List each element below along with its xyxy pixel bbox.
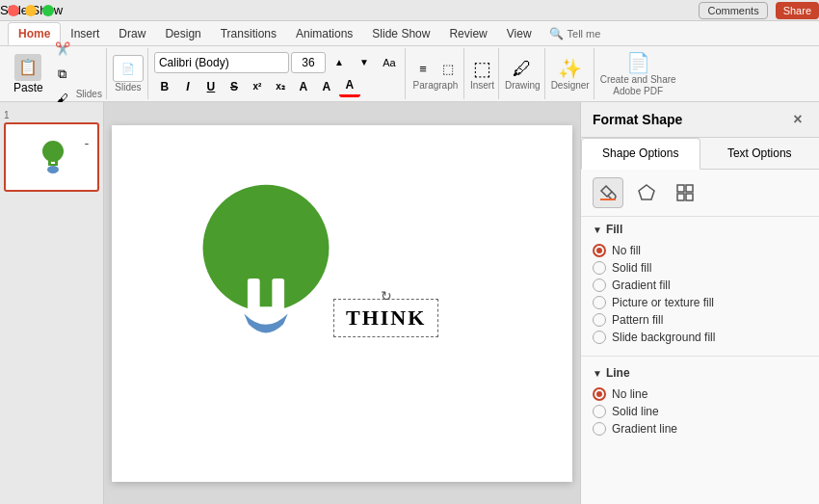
text-box[interactable]: ↻ THINK [333, 299, 438, 337]
insert-section: ⬚ Insert [470, 57, 494, 91]
panel-close-button[interactable]: × [788, 110, 807, 129]
line-label: Line [606, 366, 630, 380]
clear-format-icon[interactable]: Aa [378, 51, 401, 74]
text-color-button[interactable]: A [339, 76, 360, 97]
italic-button[interactable]: I [177, 76, 198, 97]
close-button[interactable] [8, 5, 19, 16]
share-button[interactable]: Share [776, 2, 819, 19]
gradient-fill-option[interactable]: Gradient fill [593, 277, 807, 294]
slide-bg-fill-option[interactable]: Slide background fill [593, 329, 807, 346]
fill-arrow-icon: ▼ [593, 225, 602, 235]
slide-content: ↻ THINK [112, 125, 572, 482]
tab-review[interactable]: Review [439, 23, 496, 44]
strikethrough-button[interactable]: S [224, 76, 245, 97]
slides-label: Slides [76, 89, 102, 99]
solid-fill-label: Solid fill [612, 261, 651, 275]
search-bar[interactable]: 🔍 Tell me [549, 27, 601, 40]
textbox-content[interactable]: THINK [346, 305, 426, 331]
superscript-button[interactable]: x² [247, 76, 268, 97]
slide-canvas[interactable]: ↻ THINK [112, 125, 572, 482]
svg-point-5 [203, 184, 330, 310]
new-slide-button[interactable]: 📄 Slides [113, 55, 144, 93]
gradient-line-option[interactable]: Gradient line [593, 420, 807, 438]
window-controls [8, 5, 54, 16]
format-row: B I U S x² x₂ A A A [154, 76, 401, 97]
shape-effects-icon-button[interactable] [631, 177, 662, 208]
svg-marker-10 [639, 185, 654, 199]
tab-draw[interactable]: Draw [109, 23, 155, 44]
solid-fill-option[interactable]: Solid fill [593, 259, 807, 277]
picture-fill-option[interactable]: Picture or texture fill [593, 294, 807, 311]
main-area: 1 – [0, 102, 819, 504]
gradient-fill-radio[interactable] [593, 279, 606, 292]
underline-button[interactable]: U [200, 76, 222, 97]
tab-text-options[interactable]: Text Options [700, 138, 820, 169]
svg-point-0 [42, 141, 64, 162]
svg-point-4 [47, 166, 59, 173]
pattern-fill-option[interactable]: Pattern fill [593, 311, 807, 329]
drawing-icon[interactable]: 🖊 [511, 57, 534, 80]
gradient-line-radio[interactable] [593, 422, 606, 436]
tab-slideshow[interactable]: Slide Show [362, 23, 439, 44]
align-left-icon[interactable]: ≡ [411, 57, 435, 80]
slide-thumbnail[interactable]: – [4, 122, 99, 192]
maximize-button[interactable] [42, 5, 54, 16]
designer-label: Designer [551, 80, 590, 91]
size-position-icon-button[interactable] [670, 177, 700, 208]
gradient-fill-label: Gradient fill [612, 279, 671, 292]
drawing-group: 🖊 Drawing [501, 48, 545, 99]
font-size-input[interactable] [291, 52, 326, 73]
solid-line-radio[interactable] [593, 405, 606, 418]
no-line-option[interactable]: No line [593, 385, 807, 403]
paste-button[interactable]: 📋 Paste [8, 52, 49, 96]
tab-transitions[interactable]: Transitions [211, 23, 286, 44]
insert-icon[interactable]: ⬚ [470, 57, 493, 80]
designer-section: ✨ Designer [551, 57, 590, 91]
adobe-label: Create and ShareAdobe PDF [600, 74, 676, 97]
svg-rect-14 [686, 194, 693, 200]
subscript-button[interactable]: x₂ [270, 76, 291, 97]
slide-bg-fill-label: Slide background fill [612, 331, 715, 344]
designer-icon[interactable]: ✨ [559, 57, 582, 80]
tab-design[interactable]: Design [155, 23, 210, 44]
text-direction-icon[interactable]: ⬚ [436, 57, 460, 80]
thumbnail-lightbulb-icon [39, 139, 67, 175]
copy-icon[interactable]: ⧉ [51, 63, 74, 86]
decrease-font-icon[interactable]: ▼ [353, 51, 376, 74]
picture-fill-radio[interactable] [593, 296, 606, 309]
section-divider [581, 356, 819, 357]
panel-title: Format Shape [593, 112, 682, 127]
tab-animations[interactable]: Animations [286, 23, 362, 44]
svg-rect-11 [677, 185, 684, 192]
tab-view[interactable]: View [497, 23, 542, 44]
adobe-icon[interactable]: 📄 [626, 51, 649, 74]
font-group: ▲ ▼ Aa B I U S x² x₂ A A A [150, 48, 406, 99]
comments-button[interactable]: Comments [699, 2, 767, 19]
slides-group: 📄 Slides [109, 48, 148, 99]
tab-shape-options[interactable]: Shape Options [581, 138, 700, 170]
font-name-input[interactable] [154, 52, 289, 73]
slide-thumb-inner: – [10, 128, 96, 186]
svg-rect-12 [686, 185, 693, 192]
highlight-button[interactable]: A [316, 76, 337, 97]
fill-section-header[interactable]: ▼ Fill [593, 223, 807, 236]
rotate-handle[interactable]: ↻ [381, 288, 392, 304]
no-line-radio[interactable] [593, 387, 606, 401]
fill-line-icon-button[interactable] [593, 177, 623, 208]
lightbulb-icon [170, 173, 362, 366]
cut-icon[interactable]: ✂️ [51, 38, 74, 61]
solid-line-option[interactable]: Solid line [593, 403, 807, 420]
fill-section: ▼ Fill No fill Solid fill Gradient fill … [581, 217, 819, 352]
no-fill-radio[interactable] [593, 244, 606, 257]
font-color-button[interactable]: A [293, 76, 314, 97]
no-fill-option[interactable]: No fill [593, 242, 807, 259]
format-shape-panel: Format Shape × Shape Options Text Option… [580, 102, 819, 504]
pattern-fill-radio[interactable] [593, 313, 606, 327]
solid-fill-radio[interactable] [593, 261, 606, 275]
slide-bg-fill-radio[interactable] [593, 331, 606, 344]
line-section-header[interactable]: ▼ Line [593, 366, 807, 380]
minimize-button[interactable] [25, 5, 37, 16]
increase-font-icon[interactable]: ▲ [328, 51, 351, 74]
bold-button[interactable]: B [154, 76, 175, 97]
toolbar: 📋 Paste ✂️ ⧉ 🖌 Slides 📄 Slides ▲ ▼ Aa [0, 46, 819, 102]
